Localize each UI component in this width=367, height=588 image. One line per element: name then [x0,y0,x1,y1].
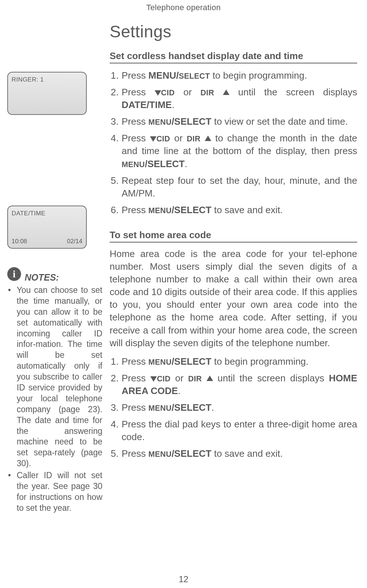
text-bold: /SELECT [172,402,212,413]
triangle-up-icon [207,376,213,381]
screen-date: 02/14 [67,238,82,245]
text-bold: MENU/ [148,70,179,81]
text: Press [122,373,150,384]
notes-block: i NOTES: You can choose to set the time … [7,272,102,514]
text-bold: /SELECT [172,204,212,215]
text-bold: /SELECT [172,356,212,367]
text-bold: /SELECT [172,116,212,127]
screen-line-1: DATE/TIME [12,210,82,217]
text: until the screen displays [213,373,329,384]
text: to begin programming. [210,70,307,81]
step-2: Press CID or DIR until the screen displa… [110,372,357,397]
text: Press [122,133,150,144]
text: to save and exit. [211,204,283,215]
dir-label: DIR [188,374,202,383]
handset-screen-datetime: DATE/TIME 10:08 02/14 [7,206,87,249]
text-smallcaps: SELECT [179,72,210,80]
notes-list: You can choose to set the time manually,… [7,285,102,514]
step-4: Press the dial pad keys to enter a three… [110,418,357,443]
text: Press [122,356,148,367]
cid-label: CID [157,374,171,383]
main-content: Settings Set cordless handset display da… [110,22,357,473]
subsection-date-time: Set cordless handset display date and ti… [110,50,357,63]
text: Press [122,402,148,413]
step-6: Press MENU/SELECT to save and exit. [110,204,357,216]
text-bold: /SELECT [172,448,212,459]
text-smallcaps: MENU [148,404,172,413]
text: to view or set the date and time. [211,116,348,127]
triangle-down-icon [150,376,157,382]
text: . [172,99,174,110]
triangle-up-icon [223,90,229,95]
screen-line-1: RINGER: 1 [12,76,82,83]
dir-label: DIR [187,134,201,143]
step-1: Press MENU/SELECT to begin programming. [110,69,357,82]
subsection-area-code: To set home area code [110,229,357,243]
text: or [171,373,188,384]
text: . [211,402,214,413]
handset-screen-ringer: RINGER: 1 [7,72,87,115]
page-header: Telephone operation [0,0,367,12]
note-item: Caller ID will not set the year. See pag… [7,470,102,514]
text: until the screen displays [229,87,357,98]
area-code-intro: Home area code is the area code for your… [110,248,357,349]
step-3: Press MENU/SELECT. [110,401,357,414]
date-time-steps: Press MENU/SELECT to begin programming. … [110,69,357,216]
screen-time: 10:08 [12,238,27,245]
text-smallcaps: MENU [148,450,172,459]
text: Press [122,204,148,215]
text: or [170,133,187,144]
cid-label: CID [156,134,170,143]
step-4: Press CID or DIR to change the month in … [110,132,357,170]
text: Press [122,87,155,98]
text-smallcaps: MENU [148,358,172,367]
triangle-up-icon [205,136,211,141]
triangle-down-icon [155,90,161,96]
page-number: 12 [0,574,367,584]
text: or [175,87,200,98]
notes-label: NOTES: [25,272,59,282]
step-3: Press MENU/SELECT to view or set the dat… [110,115,357,128]
notes-header: i NOTES: [7,272,102,283]
dir-label: DIR [200,88,214,97]
screen-bottom-row: 10:08 02/14 [12,238,82,245]
text: Press [122,70,148,81]
text-smallcaps: MENU [148,206,172,215]
note-item: You can choose to set the time manually,… [7,285,102,469]
text-smallcaps: MENU [122,160,145,169]
text: to begin programming. [211,356,308,367]
cid-label: CID [161,88,175,97]
text-bold: DATE/TIME [122,99,172,110]
section-title: Settings [110,22,357,41]
text: to save and exit. [211,448,283,459]
step-5: Press MENU/SELECT to save and exit. [110,447,357,460]
text: Press [122,448,148,459]
text-bold: /SELECT [145,158,185,169]
step-1: Press MENU/SELECT to begin programming. [110,355,357,368]
info-icon: i [7,267,21,281]
text-smallcaps: MENU [148,118,172,127]
step-5: Repeat step four to set the day, hour, m… [110,174,357,200]
area-code-steps: Press MENU/SELECT to begin programming. … [110,355,357,460]
step-2: Press CID or DIR until the screen displa… [110,86,357,111]
sidebar: RINGER: 1 DATE/TIME 10:08 02/14 i NOTES:… [7,72,102,515]
triangle-down-icon [150,136,156,142]
text: . [178,385,180,396]
text: . [185,158,187,169]
text: Press [122,116,148,127]
